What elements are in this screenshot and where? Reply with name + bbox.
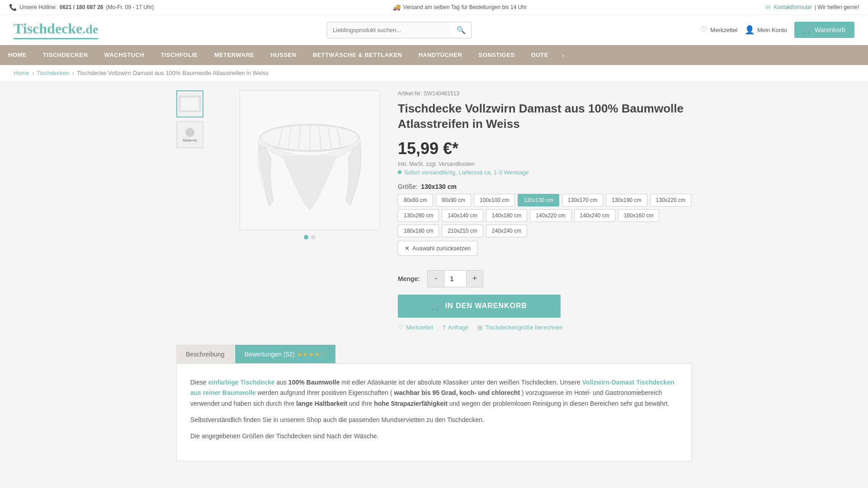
size-btn-130x190[interactable]: 130x190 cm xyxy=(606,194,647,206)
highlight-tischdecke: einfarbige Tischdecke xyxy=(208,379,275,386)
bold-haltbarkeit: lange Haltbarkeit xyxy=(296,400,347,407)
size-btn-180x180[interactable]: 180x180 cm xyxy=(398,225,439,237)
nav-more-button[interactable]: › xyxy=(557,45,570,65)
shipping-info: 🚚 Versand am selben Tag für Bestellungen… xyxy=(393,4,527,11)
size-label: Größe: 130x130 cm xyxy=(398,183,692,190)
stars: ★★★★☆ xyxy=(297,351,326,358)
selected-size: 130x130 cm xyxy=(421,183,457,190)
bold-baumwolle: 100% Baumwolle xyxy=(288,379,340,386)
user-icon: 👤 xyxy=(745,25,755,35)
description-p3: Die angegebenen Größen der Tischdecken s… xyxy=(190,431,678,442)
breadcrumb-tischdecken[interactable]: Tischdecken xyxy=(37,70,70,76)
size-btn-130x280[interactable]: 130x280 cm xyxy=(398,209,439,222)
product-title: Tischdecke Vollzwirn Damast aus 100% Bau… xyxy=(398,101,692,132)
size-btn-160x160[interactable]: 160x160 cm xyxy=(618,209,659,222)
size-btn-100x100[interactable]: 100x100 cm xyxy=(474,194,515,206)
dot-1[interactable] xyxy=(304,235,308,239)
phone-icon: 📞 xyxy=(9,4,17,11)
size-btn-140x220[interactable]: 140x220 cm xyxy=(530,209,571,222)
heart-icon: ♡ xyxy=(700,25,708,35)
delivery-dot xyxy=(398,170,401,174)
breadcrumb-sep2: › xyxy=(72,70,74,76)
qty-input[interactable] xyxy=(444,271,467,287)
add-to-cart-button[interactable]: 🛒 IN DEN WARENKORB xyxy=(398,295,561,318)
logo[interactable]: Tischdecke.de xyxy=(14,20,98,39)
tischgroesse-action-label: Tischdeckengröße berechnen xyxy=(485,324,563,331)
main-content: Maderne xyxy=(163,81,705,470)
tab-bewertungen[interactable]: Bewertungen (52) ★★★★☆ xyxy=(235,345,335,363)
breadcrumb-home[interactable]: Home xyxy=(14,70,29,76)
reset-selection-button[interactable]: ✕ Auswahl zurücksetzen xyxy=(398,241,477,256)
nav-tischfolie[interactable]: TISCHFOLIE xyxy=(152,45,206,65)
product-info: Artikel-Nr: SW140461513 Tischdecke Vollz… xyxy=(398,90,692,331)
nav-home[interactable]: HOME xyxy=(0,45,35,65)
dot-2[interactable] xyxy=(311,235,316,239)
tab-beschreibung[interactable]: Beschreibung xyxy=(176,345,234,363)
product-layout: Maderne xyxy=(176,90,692,331)
size-btn-210x210[interactable]: 210x210 cm xyxy=(442,225,483,237)
cart-icon-btn: 🛒 xyxy=(431,302,441,310)
size-grid: 80x80 cm 90x90 cm 100x100 cm 130x130 cm … xyxy=(398,194,692,237)
nav-meterware[interactable]: METERWARE xyxy=(206,45,263,65)
header: Tischdecke.de 🔍 ♡ Merkzettel 👤 Mein Kont… xyxy=(0,15,868,45)
nav-tischdecken[interactable]: TISCHDECKEN xyxy=(35,45,96,65)
hotline-number: 0621 / 180 687 26 xyxy=(60,4,104,10)
product-images: Maderne xyxy=(176,90,380,239)
size-section: Größe: 130x130 cm 80x80 cm 90x90 cm 100x… xyxy=(398,183,692,263)
bold-wachbar: wachbar bis 95 Grad, koch- und chlorecht xyxy=(394,389,520,396)
size-btn-130x170[interactable]: 130x170 cm xyxy=(562,194,603,206)
article-nr-value: SW140461513 xyxy=(424,90,459,97)
warenkorb-button[interactable]: 🛒 Warenkorb xyxy=(794,22,854,38)
merkzettel-action[interactable]: ♡ Merkzettel xyxy=(398,324,433,331)
size-btn-140x180[interactable]: 140x180 cm xyxy=(486,209,527,222)
description-p2: Selbstverständlich finden Sie in unserem… xyxy=(190,415,678,426)
qty-plus-button[interactable]: + xyxy=(467,271,483,287)
merkzettel-link[interactable]: ♡ Merkzettel xyxy=(700,25,737,35)
hotline-hours: (Mo-Fr. 09 - 17 Uhr) xyxy=(106,4,154,10)
svg-rect-1 xyxy=(181,98,198,110)
svg-point-2 xyxy=(185,128,194,137)
header-actions: ♡ Merkzettel 👤 Mein Konto 🛒 Warenkorb xyxy=(700,22,854,38)
contact-link[interactable]: Kontaktformular xyxy=(774,4,812,10)
warenkorb-label: Warenkorb xyxy=(815,26,845,33)
mein-konto-label: Mein Konto xyxy=(757,27,787,33)
product-actions: ♡ Merkzettel ? Anfrage ⊞ Tischdeckengröß… xyxy=(398,324,692,331)
table-icon: ⊞ xyxy=(477,324,483,331)
size-btn-140x240[interactable]: 140x240 cm xyxy=(574,209,615,222)
article-label: Artikel-Nr: xyxy=(398,90,422,97)
size-btn-140x140[interactable]: 140x140 cm xyxy=(442,209,483,222)
description-p1: Diese einfarbige Tischdecke aus 100% Bau… xyxy=(190,377,678,409)
nav-sonstiges[interactable]: SONSTIGES xyxy=(470,45,523,65)
nav-bettwaesche[interactable]: BETTWÄSCHE & BETTLAKEN xyxy=(305,45,410,65)
search-bar: 🔍 xyxy=(327,22,472,38)
nav-wachstuch[interactable]: WACHSTUCH xyxy=(96,45,152,65)
anfrage-action[interactable]: ? Anfrage xyxy=(442,324,468,331)
search-icon: 🔍 xyxy=(457,26,466,34)
article-nr: Artikel-Nr: SW140461513 xyxy=(398,90,692,97)
merkzettel-label: Merkzettel xyxy=(710,27,737,33)
search-button[interactable]: 🔍 xyxy=(451,22,471,38)
mail-icon: ✉ xyxy=(765,4,771,11)
breadcrumb-current: Tischdecke Vollzwirn Damast aus 100% Bau… xyxy=(77,70,269,76)
breadcrumb-sep1: › xyxy=(32,70,34,76)
size-btn-130x130[interactable]: 130x130 cm xyxy=(518,194,559,206)
qty-minus-button[interactable]: - xyxy=(428,271,444,287)
hotline-label: Unsere Hotline: xyxy=(19,4,57,10)
thumb-1[interactable] xyxy=(176,90,203,117)
size-btn-90x90[interactable]: 90x90 cm xyxy=(436,194,471,206)
nav-hussen[interactable]: HUSSEN xyxy=(262,45,304,65)
size-btn-240x240[interactable]: 240x240 cm xyxy=(486,225,527,237)
size-btn-80x80[interactable]: 80x80 cm xyxy=(398,194,433,206)
thumb-2[interactable]: Maderne xyxy=(176,121,203,148)
contact-info: ✉ Kontaktformular | Wir helfen gerne! xyxy=(765,4,859,11)
search-input[interactable] xyxy=(327,22,451,38)
tischgroesse-action[interactable]: ⊞ Tischdeckengröße berechnen xyxy=(477,324,563,331)
size-btn-130x220[interactable]: 130x220 cm xyxy=(650,194,691,206)
mein-konto-link[interactable]: 👤 Mein Konto xyxy=(745,25,787,35)
add-to-cart-label: IN DEN WARENKORB xyxy=(445,302,527,310)
reset-icon: ✕ xyxy=(405,245,410,252)
nav-oute[interactable]: OUTE xyxy=(523,45,557,65)
top-bar: 📞 Unsere Hotline: 0621 / 180 687 26 (Mo-… xyxy=(0,0,868,15)
delivery-text: Sofort versandfertig, Lieferzeit ca. 1-3… xyxy=(404,169,529,176)
nav-handtuecher[interactable]: HANDTÜCHER xyxy=(410,45,471,65)
